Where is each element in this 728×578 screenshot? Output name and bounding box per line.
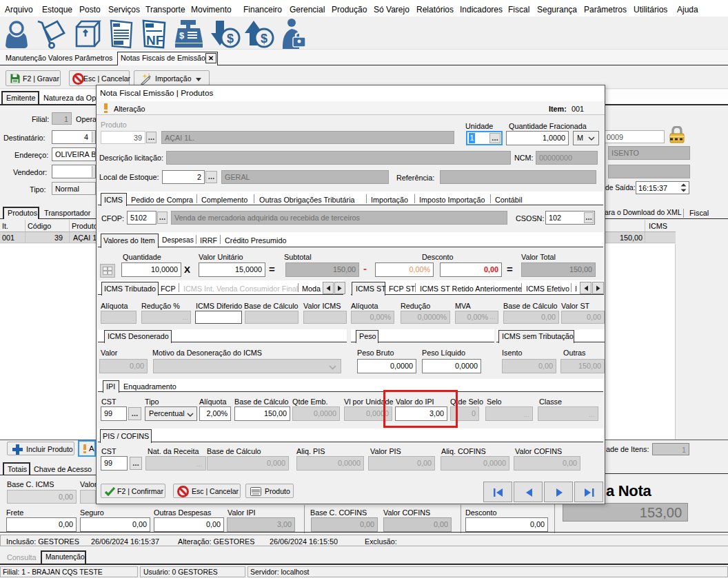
svg-text:$: $ bbox=[179, 30, 185, 41]
svg-text:$: $ bbox=[227, 32, 234, 45]
svg-text:$: $ bbox=[261, 32, 267, 45]
svg-text:NF: NF bbox=[146, 33, 163, 48]
